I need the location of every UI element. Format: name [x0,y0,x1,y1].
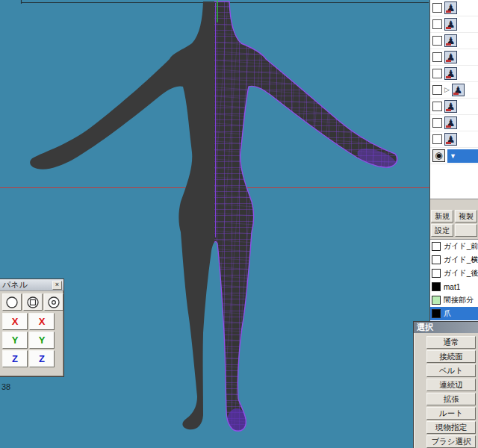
material-new-button[interactable]: 新規 [431,210,453,223]
material-name: 間接部分 [444,295,474,305]
visibility-checkbox[interactable] [432,118,442,128]
eye-icon[interactable]: ◉ [432,149,445,162]
material-swatch [432,242,441,251]
material-swatch [432,296,441,305]
selection-mode-normal[interactable]: 通常 [426,336,476,349]
selection-panel: 選択 通常 接続面 ベルト 連続辺 拡張 ルート 現物指定 ブラシ選択 [413,321,478,448]
viewport-3d[interactable] [0,0,478,448]
rotate-free-button[interactable] [2,293,22,311]
object-icon: ♟ [444,67,457,80]
object-icon: ♟ [444,51,457,63]
selection-mode-expand[interactable]: 拡張 [426,393,476,405]
visibility-checkbox[interactable] [432,102,442,111]
selection-mode-belt[interactable]: ベルト [426,364,476,377]
material-duplicate-button[interactable]: 複製 [455,210,477,223]
object-row[interactable]: ♟ [430,131,478,148]
selection-panel-title[interactable]: 選択 [414,322,478,333]
visibility-checkbox[interactable] [432,19,442,29]
ring-dot-icon [47,296,60,309]
axis-z-button-2[interactable]: Z [29,350,55,367]
expander-icon[interactable]: ▷ [444,87,450,93]
object-icon: ♟ [444,100,457,113]
object-row-selected[interactable]: ◉ ▼ [430,148,478,164]
material-name: mat1 [444,283,460,291]
object-row[interactable]: ♟ [430,49,478,66]
axis-y-button-1[interactable]: Y [2,332,28,349]
material-name: ガイド_後 [444,268,478,279]
app-window: 38 ♟ ♟ ♟ ♟ ♟ [0,0,478,448]
object-row[interactable]: ♟ [430,16,478,33]
visibility-checkbox[interactable] [432,69,442,78]
visibility-checkbox[interactable] [432,134,442,144]
selection-mode-pick-actual[interactable]: 現物指定 [426,421,476,434]
material-row[interactable]: ガイド_横 [430,253,478,267]
selection-mode-connected-face[interactable]: 接続面 [426,350,476,363]
visibility-checkbox[interactable] [432,36,442,46]
selection-mode-route[interactable]: ルート [426,407,476,420]
rotate-center-button[interactable] [44,293,63,311]
object-icon: ♟ [444,1,457,14]
object-list: ♟ ♟ ♟ ♟ ♟ ▷ ♟ [430,0,478,199]
material-swatch [432,282,441,291]
object-icon: ♟ [444,18,457,31]
material-extra-button[interactable] [455,224,477,237]
control-panel: パネル × X X [0,279,64,377]
material-row[interactable]: ガイド_後 [430,267,478,280]
material-name: ガイド_前 [444,241,478,252]
material-swatch [432,309,441,318]
material-row-selected[interactable]: 爪 [430,307,478,320]
selection-mode-continuous-edge[interactable]: 連続辺 [426,379,476,391]
material-row[interactable]: mat1 [430,280,478,293]
material-swatch [432,269,441,278]
visibility-checkbox[interactable] [432,85,442,95]
object-icon: ♟ [444,34,457,47]
material-settings-button[interactable]: 設定 [431,224,453,237]
visibility-checkbox[interactable] [432,3,442,13]
object-row[interactable]: ♟ [430,66,478,82]
control-panel-title-text: パネル [2,279,52,290]
axis-x-button-1[interactable]: X [2,313,28,330]
axis-y-button-2[interactable]: Y [29,332,55,349]
rotate-axis-button[interactable] [23,293,43,311]
selected-object-field[interactable]: ▼ [447,149,478,163]
close-icon[interactable]: × [52,281,62,290]
model-body[interactable] [30,1,397,431]
ring-icon [5,296,19,309]
object-icon: ♟ [444,116,457,129]
axis-z-button-1[interactable]: Z [2,350,28,367]
coord-readout: 38 [1,382,10,391]
object-row[interactable]: ♟ [430,99,478,115]
material-name: 爪 [444,308,451,319]
model-wireframe [30,0,478,448]
material-name: ガイド_横 [444,255,478,265]
visibility-checkbox[interactable] [432,52,442,62]
object-row[interactable]: ▷ ♟ [430,82,478,99]
material-swatch [432,255,441,264]
object-icon: ♟ [452,84,465,96]
object-icon: ♟ [444,133,457,146]
control-panel-titlebar[interactable]: パネル × [0,279,63,291]
axis-x-button-2[interactable]: X [29,313,55,330]
object-row[interactable]: ♟ [430,115,478,131]
caret-down-icon: ▼ [450,152,456,160]
ring-square-icon [26,296,40,309]
object-row[interactable]: ♟ [430,0,478,16]
selection-mode-brush[interactable]: ブラシ選択 [426,435,476,448]
material-row[interactable]: ガイド_前 [430,240,478,253]
material-row[interactable]: 間接部分 [430,293,478,307]
object-row[interactable]: ♟ [430,33,478,49]
